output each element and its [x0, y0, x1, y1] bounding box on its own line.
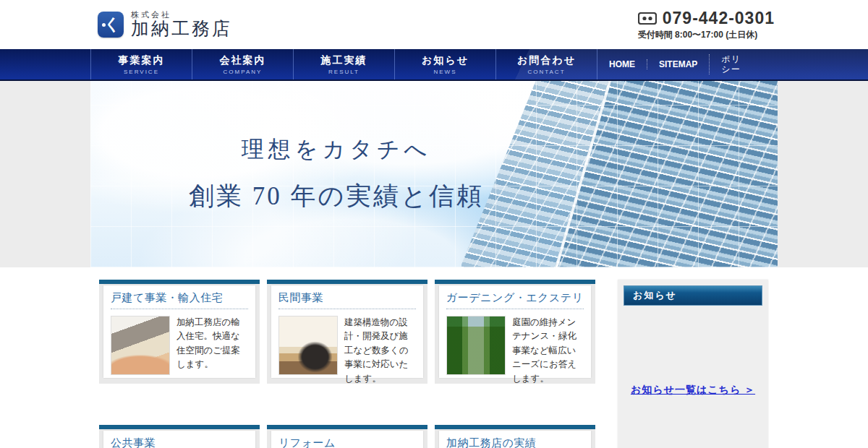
service-card[interactable]: リフォーム ご家族が快適に暮らせる住まい作りのお: [267, 425, 427, 448]
company-logo[interactable]: く 株式会社 加納工務店: [90, 10, 232, 39]
main-content: 戸建て事業・輸入住宅 加納工務店の輸入住宅。快適な住空間のご提案します。 民間事…: [90, 267, 778, 448]
nav-item-company[interactable]: 会社案内 COMPANY: [192, 49, 293, 79]
hero-line2: 創業 70 年の実績と信頼: [130, 179, 542, 213]
card-title[interactable]: リフォーム: [278, 436, 416, 448]
news-panel-body: [624, 306, 762, 384]
util-link-0[interactable]: HOME: [597, 59, 647, 69]
service-card[interactable]: 加納工務店の実績 昭和22年創業以来の実績をご紹介しま: [435, 425, 595, 448]
nav-item-contact[interactable]: お問合わせ CONTACT: [495, 49, 597, 79]
card-accent-bar: [99, 425, 260, 429]
card-accent-bar: [267, 425, 427, 429]
nav-utility: HOMESITEMAPポリシー: [597, 49, 778, 79]
company-name: 加納工務店: [131, 19, 232, 39]
nav-item-news[interactable]: お知らせ NEWS: [394, 49, 495, 79]
main-nav: 事業案内 SERVICE 会社案内 COMPANY 施工実績 RESULT お知…: [0, 49, 868, 81]
interior-photo: [278, 316, 338, 375]
company-logo-icon: く: [98, 12, 124, 38]
phone-icon: [638, 12, 657, 25]
hero-outer: 理想をカタチへ 創業 70 年の実績と信頼: [0, 81, 868, 267]
phone-number: 079-442-0301: [663, 9, 775, 28]
card-title[interactable]: 戸建て事業・輸入住宅: [111, 291, 248, 309]
card-accent-bar: [435, 425, 595, 429]
card-title[interactable]: ガーデニング・エクステリア事業: [446, 291, 584, 309]
phone-block: 079-442-0301 受付時間 8:00〜17:00 (土日休): [638, 9, 778, 41]
trees-photo: [446, 316, 506, 375]
hero-banner: 理想をカタチへ 創業 70 年の実績と信頼: [90, 81, 778, 267]
phone-hours: 受付時間 8:00〜17:00 (土日休): [638, 29, 775, 41]
card-accent-bar: [99, 280, 260, 284]
news-list-link[interactable]: お知らせ一覧はこちら ＞: [624, 384, 762, 397]
hero-line1: 理想をカタチへ: [130, 134, 542, 165]
nav-item-result[interactable]: 施工実績 RESULT: [293, 49, 394, 79]
nav-menu: 事業案内 SERVICE 会社案内 COMPANY 施工実績 RESULT お知…: [90, 49, 597, 79]
service-card[interactable]: ガーデニング・エクステリア事業 庭園の維持メンテナンス・緑化事業など幅広いニーズ…: [435, 280, 595, 384]
service-card[interactable]: 民間事業 建築構造物の設計・開発及び施工など数多くの事業に対応いたします。: [267, 280, 427, 384]
service-cards-grid: 戸建て事業・輸入住宅 加納工務店の輸入住宅。快適な住空間のご提案します。 民間事…: [99, 280, 595, 448]
card-description: 庭園の維持メンテナンス・緑化事業など幅広いニーズにお答えします。: [512, 316, 584, 386]
news-panel-title: お知らせ: [624, 289, 677, 302]
hero-catchphrase: 理想をカタチへ 創業 70 年の実績と信頼: [130, 134, 542, 213]
card-title[interactable]: 民間事業: [278, 291, 416, 309]
util-link-1[interactable]: SITEMAP: [647, 59, 709, 69]
model-house-photo: [111, 316, 170, 375]
card-accent-bar: [267, 280, 427, 284]
service-card[interactable]: 公共事業 長年の実績から各種公共事業に対応いた: [99, 425, 260, 448]
news-panel: お知らせ お知らせ一覧はこちら ＞: [618, 280, 768, 448]
service-card[interactable]: 戸建て事業・輸入住宅 加納工務店の輸入住宅。快適な住空間のご提案します。: [99, 280, 260, 384]
util-link-2[interactable]: ポリシー: [709, 54, 753, 74]
card-title[interactable]: 公共事業: [111, 436, 248, 448]
site-header: く 株式会社 加納工務店 079-442-0301 受付時間 8:00〜17:0…: [0, 0, 868, 49]
card-title[interactable]: 加納工務店の実績: [446, 436, 584, 448]
nav-item-service[interactable]: 事業案内 SERVICE: [90, 49, 192, 79]
card-description: 加納工務店の輸入住宅。快適な住空間のご提案します。: [176, 316, 248, 375]
news-panel-header: お知らせ: [624, 285, 762, 306]
company-prefix: 株式会社: [131, 10, 232, 19]
card-description: 建築構造物の設計・開発及び施工など数多くの事業に対応いたします。: [344, 316, 416, 386]
card-accent-bar: [435, 280, 595, 284]
sidebar: お知らせ お知らせ一覧はこちら ＞: [618, 280, 768, 448]
